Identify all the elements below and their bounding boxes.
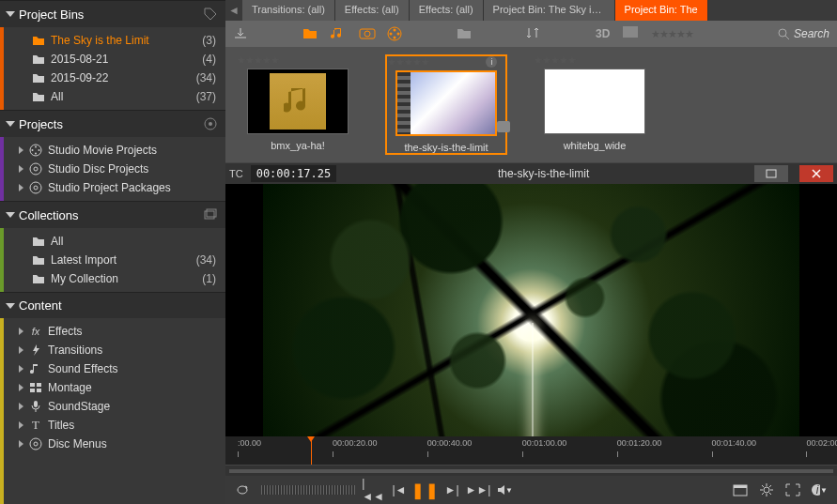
loop-button[interactable] xyxy=(235,481,252,498)
sidebar-item[interactable]: All(37) xyxy=(4,87,225,106)
svg-point-21 xyxy=(364,31,370,37)
sidebar-item[interactable]: Disc Menus xyxy=(4,435,225,453)
thumbnail-image xyxy=(544,69,645,134)
item-count: (1) xyxy=(202,272,216,285)
sidebar-item[interactable]: All xyxy=(4,232,225,251)
section-title: Projects xyxy=(19,117,203,131)
next-frame-button[interactable]: ►| xyxy=(443,481,460,498)
sidebar-item[interactable]: Montage xyxy=(4,378,225,397)
folder-icon xyxy=(32,34,45,47)
sidebar-item[interactable]: The Sky is the Limit(3) xyxy=(4,31,225,50)
transport-controls: |◄◄ |◄ ❚❚ ►| ►►| ▼ i▼ xyxy=(225,476,837,504)
item-label: Effects xyxy=(48,325,216,338)
sidebar-item[interactable]: Sound Effects xyxy=(4,359,225,378)
stack-icon[interactable] xyxy=(203,207,218,222)
section-projects[interactable]: Projects xyxy=(0,110,225,137)
svg-point-8 xyxy=(34,167,38,171)
tc-label: TC xyxy=(229,168,243,179)
go-end-button[interactable]: ►►| xyxy=(470,481,487,498)
T-icon: T xyxy=(29,419,42,432)
music-icon[interactable] xyxy=(331,26,346,41)
svg-point-1 xyxy=(209,122,212,126)
thumbnail[interactable]: ★★★★★ithe-sky-is-the-limit xyxy=(385,54,507,155)
search-placeholder: Search xyxy=(794,27,829,40)
search-box[interactable]: Search xyxy=(777,27,829,40)
tab[interactable]: Project Bin: The xyxy=(615,0,708,21)
main-area: ◄ Transitions: (all)Effects: (all)Effect… xyxy=(225,0,837,504)
sidebar-item[interactable]: Studio Movie Projects xyxy=(4,141,225,160)
item-label: Studio Movie Projects xyxy=(48,144,216,157)
folder-grey-icon[interactable] xyxy=(457,26,472,41)
fullscreen-button[interactable] xyxy=(784,481,801,498)
playhead[interactable] xyxy=(311,436,312,465)
tab[interactable]: Project Bin: The Sky is th… xyxy=(484,0,615,21)
thumbnail[interactable]: ★★★★★bmx_ya-ha! xyxy=(237,54,359,155)
snapshot-button[interactable] xyxy=(732,481,749,498)
expand-arrow-icon xyxy=(19,440,23,448)
camera-icon[interactable] xyxy=(359,26,374,41)
tab-scroll-left[interactable]: ◄ xyxy=(225,0,242,21)
timeline-ruler[interactable]: :00.0000:00:20.0000:00:40.0000:01:00.000… xyxy=(225,436,837,465)
scrub-bar[interactable] xyxy=(225,465,837,476)
import-icon[interactable] xyxy=(233,26,248,41)
thumbnail[interactable]: ★★★★★whitebg_wide xyxy=(534,54,656,155)
pause-button[interactable]: ❚❚ xyxy=(417,481,434,498)
rating-stars[interactable]: ★★★★★ xyxy=(534,54,576,67)
maximize-button[interactable] xyxy=(754,165,788,182)
folder-icon xyxy=(32,272,45,285)
shuttle-control[interactable] xyxy=(261,485,355,495)
section-collections[interactable]: Collections xyxy=(0,201,225,228)
3d-toggle[interactable]: 3D xyxy=(596,27,610,40)
reel-icon[interactable] xyxy=(203,116,218,131)
svg-rect-13 xyxy=(30,383,35,387)
tab[interactable]: Effects: (all) xyxy=(410,0,484,21)
settings-button[interactable] xyxy=(758,481,775,498)
sidebar-item[interactable]: SoundStage xyxy=(4,397,225,416)
volume-button[interactable]: ▼ xyxy=(496,481,513,498)
sidebar-item[interactable]: fxEffects xyxy=(4,322,225,341)
section-project-bins[interactable]: Project Bins xyxy=(0,0,225,27)
item-label: All xyxy=(51,90,196,103)
sidebar-item[interactable]: Latest Import(34) xyxy=(4,251,225,269)
view-icon[interactable] xyxy=(623,26,638,41)
sidebar-item[interactable]: Studio Disc Projects xyxy=(4,160,225,178)
item-label: Latest Import xyxy=(51,253,196,267)
prev-frame-button[interactable]: |◄ xyxy=(391,481,408,498)
item-label: Disc Menus xyxy=(48,437,216,451)
item-label: Montage xyxy=(48,381,216,394)
item-label: All xyxy=(51,235,216,248)
info-button[interactable]: i▼ xyxy=(811,481,828,498)
sidebar-item[interactable]: Transitions xyxy=(4,341,225,359)
reel-icon[interactable] xyxy=(387,26,402,41)
go-start-button[interactable]: |◄◄ xyxy=(364,481,381,498)
montage-icon xyxy=(29,381,42,394)
rating-stars[interactable]: ★★★★★ xyxy=(237,54,279,67)
close-button[interactable] xyxy=(799,165,833,182)
timecode[interactable]: 00:00:17.25 xyxy=(251,165,336,182)
timeline-tick: 00:00:40.00 xyxy=(427,438,473,448)
sidebar-item[interactable]: Studio Project Packages xyxy=(4,178,225,197)
timeline-tick: 00:00:20.00 xyxy=(333,438,378,448)
folder-icon[interactable] xyxy=(302,26,318,41)
expand-icon xyxy=(6,121,15,127)
section-content[interactable]: Content xyxy=(0,292,225,318)
player-title: the-sky-is-the-limit xyxy=(344,167,743,180)
thumbnail-grid: ★★★★★bmx_ya-ha!★★★★★ithe-sky-is-the-limi… xyxy=(225,47,837,162)
tab[interactable]: Transitions: (all) xyxy=(242,0,335,21)
sidebar-item[interactable]: My Collection(1) xyxy=(4,269,225,288)
timeline-tick: :00.00 xyxy=(238,438,261,448)
item-count: (37) xyxy=(196,90,216,103)
folder-icon xyxy=(497,121,510,132)
tag-icon[interactable] xyxy=(203,7,218,22)
rating-stars[interactable]: ★★★★★i xyxy=(387,56,497,69)
sort-icon[interactable] xyxy=(526,26,541,41)
rating-filter[interactable]: ★★★★★ xyxy=(651,28,693,40)
sidebar-item[interactable]: 2015-09-22(34) xyxy=(4,69,225,87)
section-title: Collections xyxy=(19,208,203,222)
video-viewport[interactable] xyxy=(263,184,799,436)
sidebar-item[interactable]: 2015-08-21(4) xyxy=(4,50,225,69)
sidebar-item[interactable]: TTitles xyxy=(4,416,225,435)
svg-point-19 xyxy=(34,442,38,446)
tab[interactable]: Effects: (all) xyxy=(335,0,410,21)
timeline-tick: 00:01:40.00 xyxy=(712,438,757,448)
